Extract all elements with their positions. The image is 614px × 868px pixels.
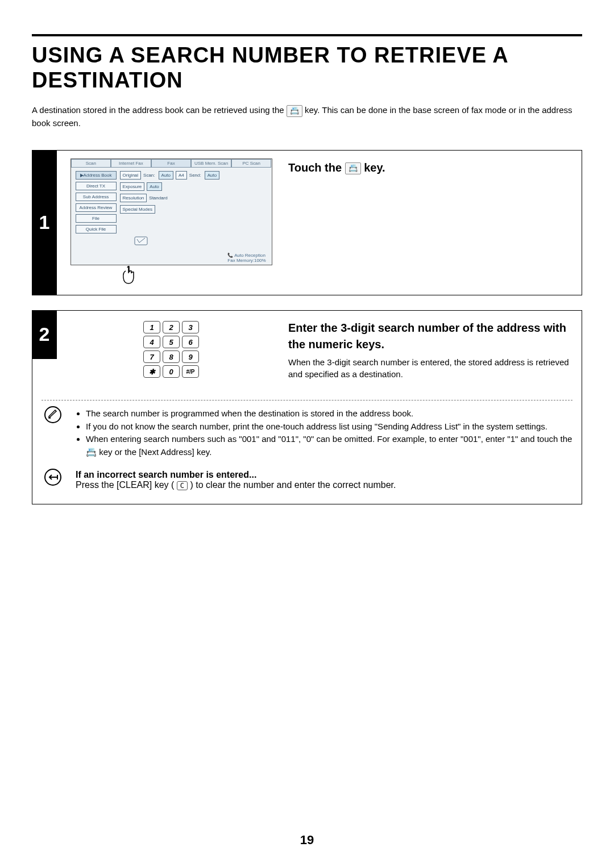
original-button[interactable]: Original xyxy=(120,171,142,180)
special-modes-button[interactable]: Special Modes xyxy=(120,205,155,214)
key-5[interactable]: 5 xyxy=(163,336,180,348)
resolution-button[interactable]: Resolution xyxy=(120,194,147,202)
page-size-icon: A4 xyxy=(176,171,187,180)
page-title: USING A SEARCH NUMBER TO RETRIEVE A DEST… xyxy=(32,43,582,93)
key-star[interactable]: ✱ xyxy=(143,365,160,378)
notes-block: The search number is programmed when the… xyxy=(76,407,572,458)
sidebar-sub-address[interactable]: Sub Address xyxy=(76,193,117,201)
step-number-badge: 1 xyxy=(32,150,57,295)
key-3[interactable]: 3 xyxy=(182,321,199,333)
status-area: 📞 Auto Reception Fax Memory:100% xyxy=(227,253,265,263)
key-2[interactable]: 2 xyxy=(163,321,180,333)
speed-dial-key-icon: 📇 xyxy=(345,162,361,174)
key-6[interactable]: 6 xyxy=(182,336,199,348)
key-7[interactable]: 7 xyxy=(143,350,160,363)
cancel-block: If an incorrect search number is entered… xyxy=(76,470,572,490)
sidebar-quick-file[interactable]: Quick File xyxy=(76,225,117,233)
step-2: 2 1 2 3 4 5 6 7 8 9 ✱ 0 #/P Enter the 3-… xyxy=(32,310,582,505)
key-9[interactable]: 9 xyxy=(182,350,199,363)
sidebar-address-book[interactable]: ▶Address Book xyxy=(76,171,117,180)
step2-heading: Enter the 3-digit search number of the a… xyxy=(288,320,574,353)
page-number: 19 xyxy=(0,833,614,848)
sidebar-address-review[interactable]: Address Review xyxy=(76,203,117,212)
key-hash-p[interactable]: #/P xyxy=(182,365,199,378)
numeric-keypad: 1 2 3 4 5 6 7 8 9 ✱ 0 #/P xyxy=(143,321,199,378)
exposure-button[interactable]: Exposure xyxy=(120,182,145,191)
speed-dial-key-icon: 📇 xyxy=(287,105,302,117)
note-icon xyxy=(44,406,61,423)
cancel-text: Press the [CLEAR] key ( C ) to clear the… xyxy=(76,480,572,490)
key-0[interactable]: 0 xyxy=(163,365,180,378)
key-1[interactable]: 1 xyxy=(143,321,160,333)
tab-scan[interactable]: Scan xyxy=(71,159,111,168)
cancel-title: If an incorrect search number is entered… xyxy=(76,470,572,480)
step2-subtext: When the 3-digit search number is entere… xyxy=(288,356,574,381)
intro-paragraph: A destination stored in the address book… xyxy=(32,104,582,129)
key-4[interactable]: 4 xyxy=(143,336,160,348)
step-1: 1 Scan Internet Fax Fax USB Mem. Scan PC… xyxy=(32,150,582,295)
top-rule xyxy=(32,34,582,36)
step1-heading: Touch the 📇 key. xyxy=(288,160,574,176)
tab-internet-fax[interactable]: Internet Fax xyxy=(111,159,151,168)
step-number-badge: 2 xyxy=(32,310,57,359)
speed-dial-button[interactable] xyxy=(134,246,151,263)
tab-usb-scan[interactable]: USB Mem. Scan xyxy=(191,159,231,168)
tab-pc-scan[interactable]: PC Scan xyxy=(231,159,272,168)
key-8[interactable]: 8 xyxy=(163,350,180,363)
hand-pointer-icon xyxy=(118,264,139,289)
dashed-separator xyxy=(42,400,572,400)
sidebar-direct-tx[interactable]: Direct TX xyxy=(76,182,117,190)
touch-panel-screenshot: Scan Internet Fax Fax USB Mem. Scan PC S… xyxy=(70,158,272,265)
sidebar: ▶Address Book Direct TX Sub Address Addr… xyxy=(76,171,117,233)
note-item: If you do not know the search number, pr… xyxy=(86,420,572,433)
clear-key-icon: C xyxy=(177,481,188,490)
note-item: The search number is programmed when the… xyxy=(86,407,572,420)
intro-before: A destination stored in the address book… xyxy=(32,105,287,115)
sidebar-file[interactable]: File xyxy=(76,214,117,223)
cancel-icon xyxy=(44,469,61,486)
settings-area: Original Scan: Auto A4 Send: Auto Exposu… xyxy=(120,171,267,233)
tab-fax[interactable]: Fax xyxy=(151,159,192,168)
note-item: When entering search numbers such as "00… xyxy=(86,433,572,458)
